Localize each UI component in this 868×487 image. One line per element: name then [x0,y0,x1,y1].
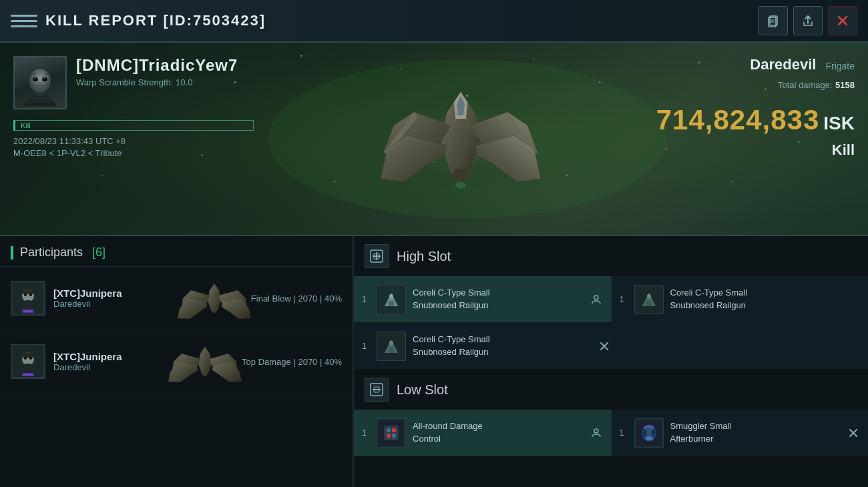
share-button[interactable] [793,6,823,35]
total-damage-label: Total damage: [778,80,833,90]
main-content: [DNMC]TriadicYew7 Warp Scramble Strength… [0,43,868,487]
kill-result: Kill [832,141,855,159]
close-icon[interactable] [845,425,861,441]
svg-point-26 [33,77,38,81]
header: KILL REPORT [ID:7503423] [0,0,868,43]
high-slot-item-2[interactable]: 1 Coreli C-Type SmallSnubnosed Railgun [354,323,619,369]
participant-info: [XTC]Junipera Daredevil [45,351,168,372]
high-slot-title: High Slot [397,249,451,264]
close-button[interactable] [828,6,857,35]
participant-ship: Daredevil [53,362,160,372]
svg-point-27 [42,77,47,81]
svg-rect-49 [23,374,33,376]
svg-point-40 [29,294,32,296]
svg-point-28 [34,78,35,79]
module-name: Coreli C-Type SmallSnubnosed Railgun [413,287,490,311]
low-slot-icon [365,378,389,402]
module-name: Coreli C-Type SmallSnubnosed Railgun [670,287,748,311]
participant-ship: Daredevil [53,299,170,309]
participant-stats: Top Damage | 2070 | 40% [242,357,342,367]
ship-image-area [267,43,654,235]
svg-rect-53 [389,301,394,306]
low-slot-title: Low Slot [397,382,448,398]
participants-header: Participants [6] [0,236,353,267]
module-name: All-round DamageControl [413,420,483,444]
pilot-name: [DNMC]TriadicYew7 [76,56,254,75]
svg-point-29 [43,78,45,79]
page-title: KILL REPORT [ID:7503423] [45,12,758,29]
participant-stats: Final Blow | 2070 | 40% [251,294,342,304]
svg-point-39 [24,294,27,296]
person-icon [588,425,604,441]
participant-item[interactable]: [XTC]Junipera Daredevil [0,330,353,394]
close-icon[interactable] [596,338,612,354]
svg-rect-57 [646,301,652,306]
ship-type: Frigate [825,61,855,71]
kill-badge: Kill [13,120,254,131]
module-icon [377,285,406,314]
module-icon [634,285,664,314]
ship-name: Daredevil [750,56,816,73]
isk-label: ISK [823,113,855,134]
participants-count: [6] [92,246,105,260]
svg-point-78 [646,436,652,440]
svg-rect-71 [392,434,396,438]
high-slot-row-1: 1 Coreli C-Type SmallSnubnosed Railgun [354,276,868,323]
participants-bar-accent [11,246,13,260]
module-icon [634,418,664,448]
total-damage-value: 5158 [835,80,855,90]
kill-location: M-OEE8 < 1P-VL2 < Tribute [13,148,254,158]
participants-title: Participants [20,246,83,260]
participant-name: [XTC]Junipera [53,288,170,299]
high-slot-item-1-right[interactable]: 1 Coreli C-Type SmallSnubnosed Railgun [612,276,869,322]
slots-panel: High Slot 1 Coreli C-Type SmallS [354,236,868,487]
slot-qty: 1 [362,341,370,351]
high-slot-header: High Slot [354,236,868,276]
svg-point-31 [455,182,466,189]
svg-rect-68 [387,428,391,432]
low-slot-row-1: 1 All-round DamageControl [354,410,868,456]
pilot-avatar [13,56,67,109]
copy-button[interactable] [758,6,788,35]
svg-rect-69 [392,428,396,432]
bottom-section: Participants [6] [0,236,868,487]
svg-rect-60 [389,348,394,353]
low-slot-item-1-right[interactable]: 1 Smuggler SmallAfterb [612,410,869,456]
pilot-info: [DNMC]TriadicYew7 Warp Scramble Strength… [76,56,254,87]
svg-rect-70 [387,434,391,438]
module-name: Coreli C-Type SmallSnubnosed Railgun [413,334,490,358]
low-slot-header: Low Slot [354,370,868,410]
kill-banner: [DNMC]TriadicYew7 Warp Scramble Strength… [0,43,868,236]
header-actions [758,6,857,35]
ship-image [374,65,548,212]
svg-point-72 [594,429,598,433]
svg-rect-42 [23,310,33,312]
high-slot-item-1[interactable]: 1 Coreli C-Type SmallSnubnosed Railgun [354,276,611,322]
high-slot-icon [365,244,389,268]
participant-item[interactable]: [XTC]Junipera Daredevil [0,267,353,330]
slot-qty: 1 [362,294,370,304]
slot-qty: 1 [362,428,370,438]
svg-point-55 [594,296,598,300]
participant-avatar [11,344,45,379]
slot-qty: 1 [620,294,628,304]
svg-point-58 [647,294,651,298]
participant-name: [XTC]Junipera [53,351,160,362]
participant-ship-img [178,275,251,322]
slot-qty: 1 [620,428,628,438]
module-icon [377,418,406,448]
svg-point-47 [29,357,32,360]
isk-value: 714,824,833 [656,104,820,136]
module-icon [377,332,406,361]
participant-ship-img [168,338,242,385]
low-slot-item-1[interactable]: 1 All-round DamageControl [354,410,611,456]
svg-point-25 [29,69,51,93]
menu-button[interactable] [11,7,37,34]
participant-avatar [11,281,45,316]
svg-rect-67 [385,426,398,440]
ship-info-panel: Daredevil Frigate Total damage: 5158 714… [654,43,868,235]
participants-panel: Participants [6] [0,236,354,487]
pilot-section: [DNMC]TriadicYew7 Warp Scramble Strength… [0,43,267,235]
high-slot-row-2: 1 Coreli C-Type SmallSnubnosed Railgun [354,323,868,370]
svg-point-61 [389,341,393,345]
